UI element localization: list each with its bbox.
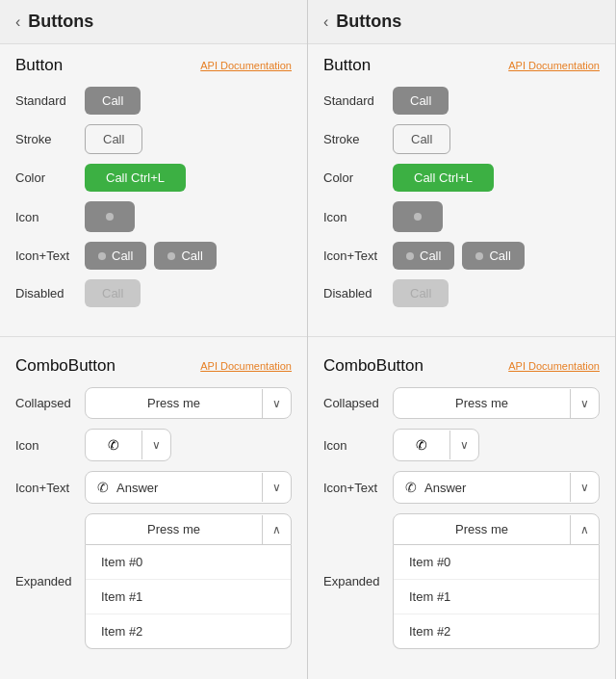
combo-expanded-arrow-right[interactable]: ∧ <box>570 515 599 544</box>
btn-color-left[interactable]: Call Ctrl+L <box>85 164 186 192</box>
label-icon-right: Icon <box>323 210 393 224</box>
panel-left-header: ‹ Buttons <box>0 0 307 44</box>
api-link-button-left[interactable]: API Documentation <box>200 60 292 71</box>
dropdown-item0-right[interactable]: Item #0 <box>394 545 599 580</box>
combo-collapsed-right[interactable]: Press me ∨ <box>393 387 600 419</box>
label-disabled-right: Disabled <box>323 286 393 300</box>
row-standard-left: Standard Call <box>15 87 292 115</box>
label-icon-left: Icon <box>15 210 85 224</box>
dropdown-item0-left[interactable]: Item #0 <box>86 545 291 580</box>
combo-icontext-inner-right: ✆ Answer <box>394 472 570 503</box>
label-color-left: Color <box>15 170 85 185</box>
combo-icontext-arrow-right[interactable]: ∨ <box>570 473 599 502</box>
combo-collapsed-left[interactable]: Press me ∨ <box>85 387 292 419</box>
combo-icontext-left[interactable]: ✆ Answer ∨ <box>85 471 292 504</box>
combo-collapsed-arrow-left[interactable]: ∨ <box>262 389 291 418</box>
dropdown-item2-right[interactable]: Item #2 <box>394 614 599 648</box>
dropdown-item1-right[interactable]: Item #1 <box>394 580 599 614</box>
label-icontext-left: Icon+Text <box>15 248 85 263</box>
row-collapsed-left: Collapsed Press me ∨ <box>15 387 292 419</box>
btn-stroke-left[interactable]: Call <box>85 124 142 154</box>
panel-right: ‹ Buttons Button API Documentation Stand… <box>308 0 616 679</box>
row-icontext-combo-left: Icon+Text ✆ Answer ∨ <box>15 471 292 504</box>
label-collapsed-left: Collapsed <box>15 396 85 410</box>
combo-icon-arrow-left[interactable]: ∨ <box>141 431 170 459</box>
icon-dot1-left <box>98 252 106 260</box>
api-link-button-right[interactable]: API Documentation <box>508 60 600 71</box>
button-section-right: Button API Documentation Standard Call S… <box>308 44 615 328</box>
api-link-combo-right[interactable]: API Documentation <box>508 360 600 372</box>
btn-standard-right[interactable]: Call <box>393 87 449 115</box>
back-icon-right[interactable]: ‹ <box>323 13 328 31</box>
btn-icon-left[interactable] <box>85 201 135 232</box>
label-stroke-right: Stroke <box>323 132 393 146</box>
panel-right-header: ‹ Buttons <box>308 0 615 44</box>
label-expanded-right: Expanded <box>323 574 393 588</box>
combo-collapsed-arrow-right[interactable]: ∨ <box>570 389 599 418</box>
btn-color-right[interactable]: Call Ctrl+L <box>393 164 494 192</box>
btn-disabled-left: Call <box>85 279 141 307</box>
combo-expanded-text-left: Press me <box>86 514 262 544</box>
row-color-left: Color Call Ctrl+L <box>15 164 292 192</box>
label-expanded-left: Expanded <box>15 574 85 588</box>
combo-icontext-arrow-left[interactable]: ∨ <box>262 473 291 502</box>
button-section-header-right: Button API Documentation <box>323 56 600 75</box>
btn-icontext2-right[interactable]: Call <box>462 242 524 270</box>
icon-dot2-left <box>167 252 175 260</box>
combo-expanded-arrow-left[interactable]: ∧ <box>262 515 291 544</box>
phone-icon-left: ✆ <box>108 437 119 453</box>
btn-icon-right[interactable] <box>393 201 443 232</box>
label-icontext-right: Icon+Text <box>323 248 393 263</box>
combo-section-right: ComboButton API Documentation Collapsed … <box>308 345 615 670</box>
combo-icontext-label-left: Answer <box>116 481 158 495</box>
combo-icontext-right[interactable]: ✆ Answer ∨ <box>393 471 600 504</box>
btn-standard-left[interactable]: Call <box>85 87 141 115</box>
combo-expanded-wrapper-left: Press me ∧ Item #0 Item #1 Item #2 <box>85 513 292 649</box>
combo-section-header-right: ComboButton API Documentation <box>323 356 600 376</box>
button-section-left: Button API Documentation Standard Call S… <box>0 44 307 328</box>
combo-icon-center-left: ✆ <box>86 430 141 460</box>
button-section-title-right: Button <box>323 56 371 75</box>
combo-section-title-right: ComboButton <box>323 356 424 376</box>
divider-left <box>0 336 307 337</box>
dropdown-item2-left[interactable]: Item #2 <box>86 614 291 648</box>
combo-section-left: ComboButton API Documentation Collapsed … <box>0 345 307 670</box>
combo-icon-right[interactable]: ✆ ∨ <box>393 429 479 461</box>
label-color-right: Color <box>323 170 393 185</box>
label-icon-combo-right: Icon <box>323 438 393 453</box>
row-disabled-left: Disabled Call <box>15 279 292 307</box>
api-link-combo-left[interactable]: API Documentation <box>200 360 292 372</box>
combo-dropdown-left: Item #0 Item #1 Item #2 <box>85 545 292 649</box>
phone-icon-right: ✆ <box>416 437 427 453</box>
combo-icon-left[interactable]: ✆ ∨ <box>85 429 171 461</box>
combo-expanded-left[interactable]: Press me ∧ <box>85 513 292 545</box>
row-icon-left: Icon <box>15 201 292 232</box>
combo-expanded-wrapper-right: Press me ∧ Item #0 Item #1 Item #2 <box>393 513 600 649</box>
icontext-buttons-right: Call Call <box>393 242 600 270</box>
btn-stroke-right[interactable]: Call <box>393 124 450 154</box>
panel-left: ‹ Buttons Button API Documentation Stand… <box>0 0 308 679</box>
combo-icon-arrow-right[interactable]: ∨ <box>449 431 478 459</box>
back-icon-left[interactable]: ‹ <box>15 13 20 31</box>
combo-expanded-right[interactable]: Press me ∧ <box>393 513 600 545</box>
row-expanded-left: Expanded Press me ∧ Item #0 Item #1 Item… <box>15 513 292 649</box>
panel-right-title: Buttons <box>336 12 401 32</box>
label-stroke-left: Stroke <box>15 132 85 146</box>
divider-right <box>308 336 615 337</box>
icon-dot-left <box>106 213 114 221</box>
dropdown-item1-left[interactable]: Item #1 <box>86 580 291 614</box>
row-disabled-right: Disabled Call <box>323 279 600 307</box>
row-collapsed-right: Collapsed Press me ∨ <box>323 387 600 419</box>
icon-dot1-right <box>406 252 414 260</box>
btn-icontext2-left[interactable]: Call <box>154 242 216 270</box>
label-icontext-combo-left: Icon+Text <box>15 481 85 495</box>
row-stroke-right: Stroke Call <box>323 124 600 154</box>
combo-section-header-left: ComboButton API Documentation <box>15 356 292 376</box>
label-icontext-combo-right: Icon+Text <box>323 481 393 495</box>
label-standard-right: Standard <box>323 93 393 108</box>
btn-icontext1-right[interactable]: Call <box>393 242 454 270</box>
label-standard-left: Standard <box>15 93 85 108</box>
btn-icontext1-left[interactable]: Call <box>85 242 146 270</box>
row-stroke-left: Stroke Call <box>15 124 292 154</box>
panel-left-title: Buttons <box>28 12 93 32</box>
